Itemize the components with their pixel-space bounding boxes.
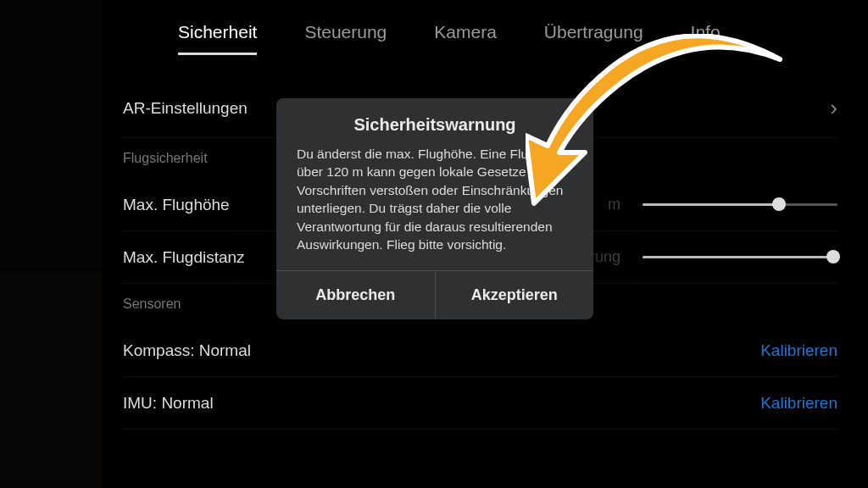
max-flugdistanz-slider[interactable] (643, 256, 837, 258)
chevron-right-icon: › (830, 95, 837, 121)
dialog-actions: Abbrechen Akzeptieren (276, 270, 593, 319)
max-flugdistanz-label: Max. Flugdistanz (123, 248, 245, 267)
row-kompass: Kompass: Normal Kalibrieren (123, 324, 837, 377)
ar-einstellungen-label: AR-Einstellungen (123, 99, 248, 118)
dialog-body: Du änderst die max. Flughöhe. Eine Flugh… (276, 145, 593, 270)
tab-kamera[interactable]: Kamera (434, 22, 497, 55)
max-flughoehe-label: Max. Flughöhe (123, 196, 230, 214)
max-flughoehe-value: m (608, 196, 620, 214)
kompass-kalibrieren-link[interactable]: Kalibrieren (760, 341, 837, 360)
tabs-bar: Sicherheit Steuerung Kamera Übertragung … (0, 0, 868, 55)
kompass-status: Kompass: Normal (123, 341, 251, 360)
dialog-title: Sicherheitswarnung (276, 98, 593, 145)
cancel-button[interactable]: Abbrechen (276, 271, 435, 319)
max-flughoehe-slider-wrap: m (608, 196, 837, 214)
imu-kalibrieren-link[interactable]: Kalibrieren (760, 394, 837, 413)
tab-uebertragung[interactable]: Übertragung (544, 22, 643, 55)
tab-sicherheit[interactable]: Sicherheit (178, 22, 257, 55)
accept-button[interactable]: Akzeptieren (435, 271, 594, 319)
max-flughoehe-slider[interactable] (643, 203, 837, 206)
tab-info[interactable]: Info (691, 22, 721, 55)
safety-warning-dialog: Sicherheitswarnung Du änderst die max. F… (276, 98, 593, 319)
row-imu: IMU: Normal Kalibrieren (123, 377, 837, 430)
tab-steuerung[interactable]: Steuerung (304, 22, 387, 55)
settings-screen: Sicherheit Steuerung Kamera Übertragung … (0, 0, 868, 488)
imu-status: IMU: Normal (123, 394, 214, 413)
